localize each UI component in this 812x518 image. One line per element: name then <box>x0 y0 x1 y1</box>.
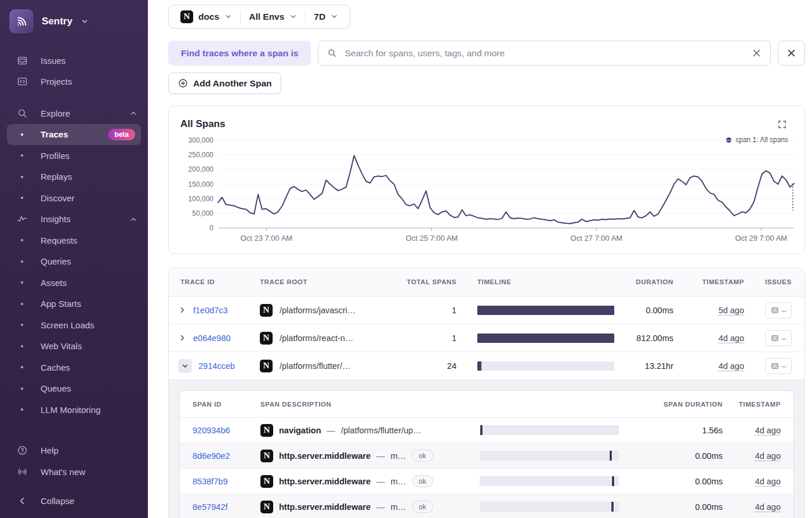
chevron-down-icon <box>289 13 297 20</box>
span-id-link[interactable]: 8e57942f <box>193 502 227 512</box>
span-row-8d6e90e2: 8d6e90e2 N http.server.middleware — m… o… <box>180 443 793 469</box>
page-filter-bar: N docs All Envs 7D <box>168 5 350 28</box>
sidebar-item-queues[interactable]: Queues <box>0 378 148 400</box>
trace-id-link[interactable]: e064e980 <box>193 334 231 343</box>
trace-root: /platforms/javascri… <box>280 306 356 315</box>
expand-trace-button[interactable] <box>178 306 187 314</box>
trace-table-header: Trace IDTrace RootTotal SpansTimelineDur… <box>169 268 804 296</box>
trace-issues-button[interactable]: – <box>765 330 792 346</box>
trace-timestamp[interactable]: 4d ago <box>719 334 744 343</box>
collapse-trace-button[interactable] <box>178 359 192 373</box>
trace-table: Trace IDTrace RootTotal SpansTimelineDur… <box>168 267 805 518</box>
add-another-span-label: Add Another Span <box>193 78 271 89</box>
trace-timestamp[interactable]: 4d ago <box>719 361 744 371</box>
span-id-link[interactable]: 8538f7b9 <box>193 477 227 486</box>
chevron-up-icon[interactable] <box>129 215 137 223</box>
nextjs-platform-icon: N <box>180 10 193 23</box>
sidebar-item-discover[interactable]: Discover <box>0 187 148 209</box>
chevron-up-icon[interactable] <box>129 109 137 117</box>
trace-issues-button[interactable]: – <box>765 358 792 374</box>
project-selector[interactable]: N docs <box>172 10 240 23</box>
clear-search-icon[interactable] <box>752 48 762 58</box>
trace-duration: 0.00ms <box>614 306 678 315</box>
span-timestamp[interactable]: 4d ago <box>755 451 781 461</box>
column-header-duration: Duration <box>614 278 678 285</box>
trace-row-e064e980: e064e980 N/platforms/react-n… 1 812.00ms… <box>169 324 804 352</box>
column-header-trace-id: Trace ID <box>169 278 260 285</box>
sidebar-item-app-starts[interactable]: App Starts <box>0 294 148 315</box>
nextjs-platform-icon: N <box>260 360 273 372</box>
column-header-trace-root: Trace Root <box>260 278 399 285</box>
bullet-icon <box>16 234 28 246</box>
svg-text:300,000: 300,000 <box>188 136 214 144</box>
sidebar-item-traces[interactable]: Tracesbeta <box>7 124 141 146</box>
sidebar-item-replays[interactable]: Replays <box>0 166 148 188</box>
sidebar-item-explore[interactable]: Explore <box>0 103 148 124</box>
sidebar-item-label: Assets <box>41 278 67 288</box>
span-table: Span IDSpan DescriptionSpan DurationTime… <box>179 390 794 518</box>
sidebar-item-what-s-new[interactable]: What's new <box>0 461 148 483</box>
sidebar-item-help[interactable]: Help <box>0 440 148 462</box>
date-range-selector[interactable]: 7D <box>306 12 346 22</box>
span-description: m… <box>390 477 406 486</box>
all-spans-chart-card: All Spans span 1: All spans 300,000250,0… <box>168 106 805 254</box>
span-timestamp[interactable]: 4d ago <box>755 502 781 512</box>
span-description: m… <box>390 451 406 461</box>
span-op: http.server.middleware <box>279 477 371 486</box>
total-spans: 1 <box>399 306 461 315</box>
insights-icon <box>16 213 28 225</box>
span-duration: 0.00ms <box>630 451 723 461</box>
total-spans: 24 <box>399 361 461 371</box>
spans-line-chart[interactable]: 300,000250,000200,000150,000100,00050,00… <box>169 106 804 253</box>
span-timeline-bar <box>480 451 619 461</box>
projects-icon <box>16 76 28 88</box>
add-another-span-button[interactable]: Add Another Span <box>168 73 281 94</box>
add-span-row: Add Another Span <box>168 73 805 94</box>
sidebar-item-insights[interactable]: Insights <box>0 209 148 230</box>
remove-span-filter-button[interactable] <box>778 41 805 66</box>
main-content: N docs All Envs 7D Find <box>148 0 812 518</box>
expand-trace-button[interactable] <box>178 334 187 342</box>
trace-id-link[interactable]: f1e0d7c3 <box>193 306 228 315</box>
span-status-badge: ok <box>412 501 433 513</box>
trace-timestamp[interactable]: 5d ago <box>719 306 744 315</box>
environment-selector[interactable]: All Envs <box>241 12 305 22</box>
sidebar-item-web-vitals[interactable]: Web Vitals <box>0 336 148 357</box>
sidebar-item-label: Profiles <box>41 151 70 161</box>
trace-id-link[interactable]: 2914cceb <box>198 361 235 371</box>
span-op: navigation <box>279 426 321 435</box>
sidebar-item-profiles[interactable]: Profiles <box>0 145 148 166</box>
sidebar-item-llm-monitoring[interactable]: LLM Monitoring <box>0 399 148 421</box>
span-duration: 1.56s <box>630 426 723 435</box>
sidebar-item-label: Web Vitals <box>41 341 82 351</box>
broadcast-icon <box>16 466 28 477</box>
sidebar-item-label: Screen Loads <box>41 320 95 330</box>
sidebar-item-queries[interactable]: Queries <box>0 251 148 273</box>
span-timestamp[interactable]: 4d ago <box>755 477 781 486</box>
sidebar-item-assets[interactable]: Assets <box>0 272 148 294</box>
span-search-box <box>318 41 771 66</box>
search-icon <box>16 107 28 119</box>
trace-issues-button[interactable]: – <box>765 302 792 318</box>
svg-text:50,000: 50,000 <box>192 209 213 218</box>
column-header-span-description: Span Description <box>260 401 480 408</box>
sidebar-item-caches[interactable]: Caches <box>0 357 148 378</box>
span-timestamp[interactable]: 4d ago <box>755 426 781 435</box>
sidebar-item-label: Queries <box>41 256 71 266</box>
sidebar-item-issues[interactable]: Issues <box>0 50 148 71</box>
sidebar-item-screen-loads[interactable]: Screen Loads <box>0 314 148 336</box>
brand-name: Sentry <box>42 16 72 27</box>
collapse-button[interactable]: Collapse <box>0 490 148 511</box>
span-timeline-marker <box>609 450 612 461</box>
span-id-link[interactable]: 920934b6 <box>193 426 230 435</box>
span-search-input[interactable] <box>343 48 745 59</box>
span-duration: 0.00ms <box>630 477 723 486</box>
sidebar-item-projects[interactable]: Projects <box>0 71 148 93</box>
sidebar-item-requests[interactable]: Requests <box>0 230 148 251</box>
no-issues-dash: – <box>782 334 786 342</box>
org-switcher[interactable]: Sentry <box>0 8 148 35</box>
issues-icon <box>16 55 28 66</box>
trace-row-2914cceb: 2914cceb N/platforms/flutter/… 24 13.21h… <box>169 352 804 380</box>
span-id-link[interactable]: 8d6e90e2 <box>193 451 230 461</box>
span-search-row: Find traces where a span is <box>168 41 805 66</box>
